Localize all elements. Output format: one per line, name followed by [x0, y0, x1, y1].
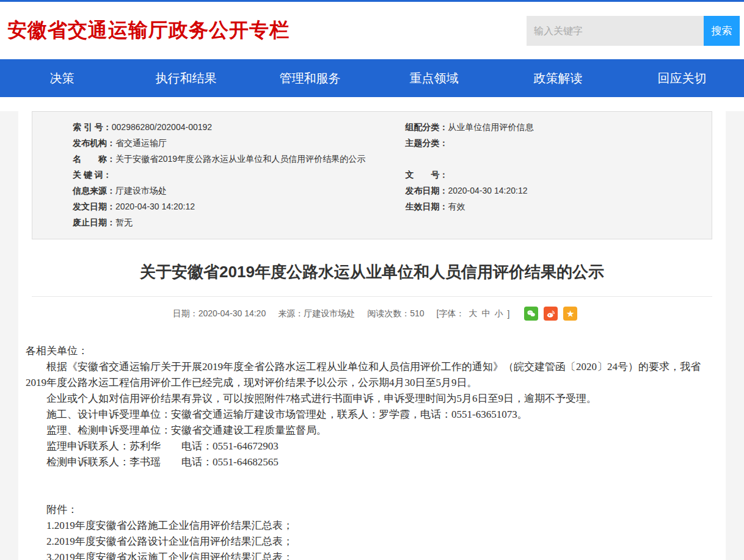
article-view-count: 阅读次数：510: [367, 308, 424, 319]
page-background: 索 引 号：002986280/202004-00192 发布机构：省交通运输厅…: [0, 111, 744, 560]
font-size-prefix: [字体：: [437, 308, 465, 319]
article-body: 各相关单位： 根据《安徽省交通运输厅关于开展2019年度全省公路水运工程从业单位…: [26, 343, 718, 560]
title-divider: [32, 296, 712, 297]
blank-line: [26, 470, 718, 486]
attachments-heading: 附件：: [26, 502, 718, 518]
meta-field-publish-date: 发布日期：2020-04-30 14:20:12: [405, 183, 712, 198]
wechat-share-icon[interactable]: [524, 307, 538, 321]
paragraph-basis: 根据《安徽省交通运输厅关于开展2019年度全省公路水运工程从业单位和人员信用评价…: [26, 359, 718, 391]
paragraph-appeal-unit-construction: 施工、设计申诉受理单位：安徽省交通运输厅建设市场管理处，联系人：罗学霞，电话：0…: [26, 407, 718, 423]
search-input[interactable]: [527, 16, 704, 46]
font-size-suffix: ]: [507, 309, 509, 319]
nav-item-response[interactable]: 回应关切: [620, 59, 744, 97]
document-meta-box: 索 引 号：002986280/202004-00192 发布机构：省交通运输厅…: [32, 111, 712, 239]
attachment-item-2: 2.2019年度安徽省公路设计企业信用评价结果汇总表；: [26, 534, 718, 550]
meta-field-document-name: 名 称：关于安徽省2019年度公路水运从业单位和人员信用评价结果的公示: [73, 151, 399, 167]
article-source: 来源：厅建设市场处: [278, 308, 355, 319]
attachment-item-3: 3.2019年度安徽省水运施工企业信用评价结果汇总表；: [26, 550, 718, 560]
nav-item-decision[interactable]: 决策: [0, 59, 124, 97]
meta-field-doc-number: 文 号：: [405, 167, 712, 183]
search-button[interactable]: 搜索: [704, 16, 740, 46]
paragraph-appeal-unit-supervision: 监理、检测申诉受理单位：安徽省交通建设工程质量监督局。: [26, 423, 718, 438]
nav-item-policy[interactable]: 政策解读: [496, 59, 620, 97]
site-header: 安徽省交通运输厅政务公开专栏 搜索: [0, 2, 744, 59]
font-size-medium[interactable]: 中: [481, 308, 490, 319]
main-nav: 决策 执行和结果 管理和服务 重点领域 政策解读 回应关切: [0, 59, 744, 97]
attachment-item-1: 1.2019年度安徽省公路施工企业信用评价结果汇总表；: [26, 518, 718, 534]
font-size-switcher: [字体： 大 中 小 ]: [437, 308, 510, 319]
meta-field-issue-date: 发文日期：2020-04-30 14:20:12: [73, 198, 399, 214]
meta-field-spacer: [405, 151, 712, 167]
meta-column-right: 组配分类：从业单位信用评价信息 主题分类： 文 号： 发布日期：2020-04-…: [399, 119, 712, 230]
nav-item-key-areas[interactable]: 重点领域: [372, 59, 496, 97]
meta-field-repeal-date: 废止日期：暂无: [73, 214, 399, 230]
meta-field-info-source: 信息来源：厅建设市场处: [73, 183, 399, 198]
paragraph-contact-supervision: 监理申诉联系人：苏利华 电话：0551-64672903: [26, 438, 718, 454]
site-title: 安徽省交通运输厅政务公开专栏: [7, 2, 290, 59]
meta-field-group-category: 组配分类：从业单位信用评价信息: [405, 119, 712, 135]
nav-item-services[interactable]: 管理和服务: [248, 59, 372, 97]
favorite-star-icon[interactable]: ★: [563, 307, 577, 321]
meta-field-topic-category: 主题分类：: [405, 135, 712, 151]
meta-field-issuing-agency: 发布机构：省交通运输厅: [73, 135, 399, 151]
article-date: 日期：2020-04-30 14:20: [173, 308, 266, 319]
meta-field-index-number: 索 引 号：002986280/202004-00192: [73, 119, 399, 135]
content-container: 索 引 号：002986280/202004-00192 发布机构：省交通运输厅…: [18, 111, 726, 560]
font-size-large[interactable]: 大: [469, 308, 477, 319]
search-box: 搜索: [527, 16, 740, 46]
nav-item-execution[interactable]: 执行和结果: [124, 59, 248, 97]
paragraph-appeal-rules: 企业或个人如对信用评价结果有异议，可以按照附件7格式进行书面申诉，申诉受理时间为…: [26, 391, 718, 407]
meta-field-effective-date: 生效日期：有效: [405, 198, 712, 214]
weibo-share-icon[interactable]: [544, 307, 558, 321]
star-glyph: ★: [566, 309, 574, 318]
paragraph-contact-testing: 检测申诉联系人：李书瑶 电话：0551-64682565: [26, 454, 718, 470]
paragraph-salutation: 各相关单位：: [26, 343, 718, 359]
article-title: 关于安徽省2019年度公路水运从业单位和人员信用评价结果的公示: [37, 261, 707, 283]
article-meta-bar: 日期：2020-04-30 14:20 来源：厅建设市场处 阅读次数：510 […: [18, 307, 726, 321]
meta-column-left: 索 引 号：002986280/202004-00192 发布机构：省交通运输厅…: [32, 119, 399, 230]
meta-field-keywords: 关 键 词：: [73, 167, 399, 183]
font-size-small[interactable]: 小: [494, 308, 503, 319]
share-icons: ★: [524, 307, 577, 321]
blank-line: [26, 486, 718, 502]
